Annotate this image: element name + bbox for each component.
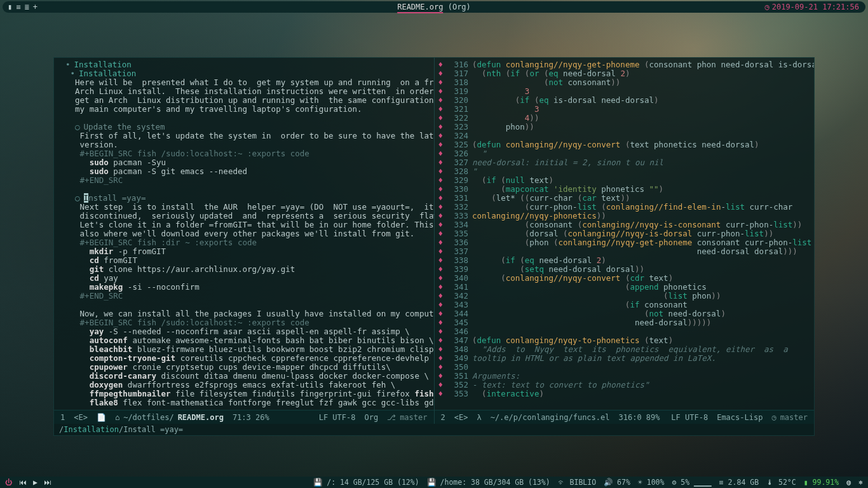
temp: 🌡 52°C <box>766 478 796 487</box>
title-mode: (Org) <box>448 3 471 11</box>
clock-icon: ◷ <box>764 3 769 11</box>
split-panes: •Installation •Installation Here will be… <box>54 58 814 424</box>
power-icon[interactable]: ⏻ <box>5 478 13 487</box>
titlebar: ▮ ≡ ≣ + README.org (Org) ◷ 2019-09-21 17… <box>3 1 865 13</box>
evil-state: <E> <box>74 413 88 422</box>
encoding: LF UTF-8 <box>671 413 708 422</box>
window-title: README.org (Org) <box>397 3 471 11</box>
left-modeline: 1 <E> 📄 ⌂ ~/dotfiles/README.org 71:3 26%… <box>54 410 434 424</box>
taskbar: ⏻ ⏮ ▶ ⏭ 💾 /: 14 GB/125 GB (12%) 💾 /home:… <box>0 477 868 488</box>
branch-icon: ⎇ <box>387 413 396 422</box>
echo-area: /Installation/Install =yay= <box>54 424 814 435</box>
disk-root: 💾 /: 14 GB/125 GB (12%) <box>313 478 419 487</box>
clock-text: 2019-09-21 17:21:56 <box>772 3 859 11</box>
right-buffer[interactable]: ♦316(defun conlanging//nyqy-get-phoneme … <box>435 58 815 410</box>
folder-icon: ⌂ <box>115 413 119 422</box>
volume[interactable]: 🔊 67% <box>604 478 630 487</box>
brightness[interactable]: ☀ 100% <box>638 478 665 487</box>
media-prev-icon[interactable]: ⏮ <box>19 478 27 487</box>
major-mode: Org <box>364 413 378 422</box>
buffer-path: ⌂ ~/dotfiles/README.org <box>115 413 224 422</box>
position: 316:0 89% <box>619 413 660 422</box>
cpu: ⚙ 5% ▁▁▁▁ <box>672 478 711 487</box>
new-window-icon[interactable]: + <box>33 3 37 11</box>
breadcrumb: Installation <box>64 425 119 434</box>
evil-state: <E> <box>454 413 468 422</box>
right-modeline: 2 <E> λ ~/.e/p/conlanging/funcs.el 316:0… <box>435 410 815 424</box>
media-play-icon[interactable]: ▶ <box>33 478 37 487</box>
title-filename: README.org <box>397 3 443 13</box>
encoding: LF UTF-8 <box>319 413 356 422</box>
clock: ◷ 2019-09-21 17:21:56 <box>764 3 859 11</box>
layout-tall-icon[interactable]: ▮ <box>8 3 12 11</box>
breadcrumb: Install =yay= <box>123 425 183 434</box>
wifi: ᯤ BIBLIO <box>558 478 596 487</box>
left-pane[interactable]: •Installation •Installation Here will be… <box>54 58 434 424</box>
layout-stack-icon[interactable]: ≣ <box>24 3 29 11</box>
emacs-frame: •Installation •Installation Here will be… <box>53 57 815 436</box>
buffer-path: ~/.e/p/conlanging/funcs.el <box>491 413 610 422</box>
elisp-icon: λ <box>477 413 481 422</box>
left-buffer[interactable]: •Installation •Installation Here will be… <box>54 58 434 410</box>
disk-home: 💾 /home: 38 GB/304 GB (13%) <box>427 478 550 487</box>
media-next-icon[interactable]: ⏭ <box>44 478 51 487</box>
git-branch: master <box>400 413 427 422</box>
org-icon: 📄 <box>97 413 106 422</box>
ram: ≡ 2.84 GB <box>719 478 759 487</box>
win-number: 1 <box>60 413 65 422</box>
right-pane[interactable]: ♦316(defun conlanging//nyqy-get-phoneme … <box>434 58 815 424</box>
location-icon[interactable]: ⎈ <box>858 478 863 487</box>
layout-icons[interactable]: ▮ ≡ ≣ + <box>8 3 37 11</box>
layout-grid-icon[interactable]: ≡ <box>16 3 20 11</box>
battery: ▮ 99.91% <box>804 478 839 487</box>
discord-icon[interactable]: ◍ <box>846 478 851 487</box>
position: 71:3 26% <box>233 413 269 422</box>
branch-icon: ◷ <box>771 413 776 422</box>
major-mode: Emacs-Lisp <box>717 413 763 422</box>
git-branch: master <box>780 413 808 422</box>
win-number: 2 <box>441 413 445 422</box>
